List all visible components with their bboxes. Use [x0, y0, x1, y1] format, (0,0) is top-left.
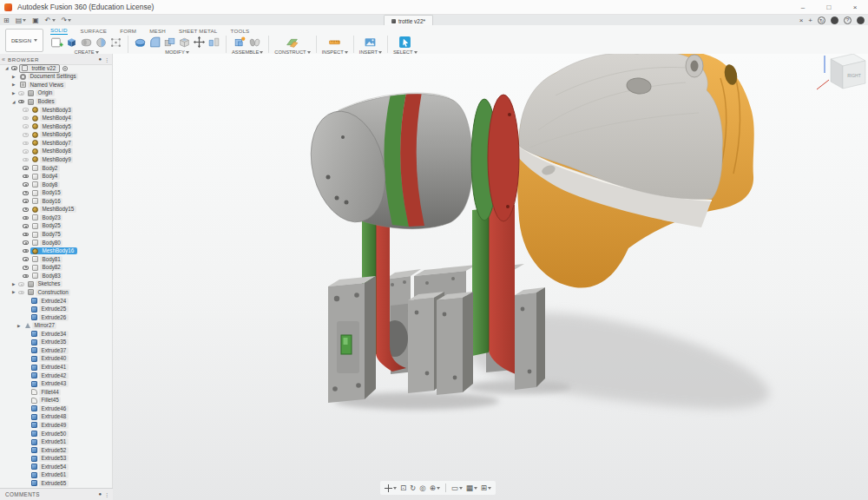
- new-tab-icon[interactable]: [808, 16, 812, 24]
- viewport-canvas[interactable]: RIGHT: [0, 54, 868, 500]
- tree-row-extrude37[interactable]: Extrude37: [0, 346, 112, 355]
- tree-row-extrude49[interactable]: Extrude49: [0, 421, 112, 430]
- collapse-arrow-icon[interactable]: ▶: [12, 289, 18, 295]
- visibility-eye-icon[interactable]: [18, 100, 24, 104]
- align-icon[interactable]: [207, 36, 220, 49]
- redo-icon[interactable]: [62, 16, 72, 24]
- tree-row-mirror27[interactable]: ▶Mirror27: [0, 321, 112, 330]
- tree-row-bodies[interactable]: ◢Bodies: [0, 97, 112, 106]
- tree-row-extrude40[interactable]: Extrude40: [0, 355, 112, 364]
- tree-row-extrude48[interactable]: Extrude48: [0, 413, 112, 422]
- visibility-eye-icon[interactable]: [23, 274, 29, 279]
- visibility-eye-icon[interactable]: [23, 249, 29, 253]
- visibility-eye-icon[interactable]: [18, 282, 24, 286]
- comments-bar[interactable]: COMMENTS: [0, 488, 113, 500]
- joint-icon[interactable]: [248, 36, 261, 49]
- create-sketch-icon[interactable]: [50, 36, 63, 49]
- tree-row-origin[interactable]: ▶Origin: [0, 89, 112, 98]
- viewcube[interactable]: RIGHT: [817, 54, 865, 89]
- grid-snaps-icon[interactable]: [466, 484, 477, 492]
- visibility-eye-icon[interactable]: [23, 141, 29, 146]
- job-status-icon[interactable]: ↻: [818, 16, 825, 24]
- visibility-eye-icon[interactable]: [23, 216, 29, 220]
- file-menu-icon[interactable]: [16, 16, 27, 24]
- tree-row-body25[interactable]: Body25: [0, 222, 112, 231]
- tab-solid[interactable]: SOLID: [50, 27, 68, 35]
- model-left-plate[interactable]: [328, 276, 376, 403]
- tree-row-extrude54[interactable]: Extrude54: [0, 463, 112, 471]
- browser-menu-icon[interactable]: [104, 56, 109, 62]
- collapse-arrow-icon[interactable]: ▶: [12, 74, 18, 80]
- tree-row-extrude46[interactable]: Extrude46: [0, 405, 112, 413]
- create-form-icon[interactable]: [80, 36, 93, 49]
- look-at-icon[interactable]: [419, 484, 425, 492]
- visibility-eye-icon[interactable]: [23, 182, 29, 187]
- collapse-arrow-icon[interactable]: ▶: [12, 82, 18, 88]
- create-box-icon[interactable]: [65, 36, 78, 49]
- model-red-disc[interactable]: [488, 95, 519, 221]
- expand-arrow-icon[interactable]: ◢: [12, 99, 18, 105]
- browser-options-icon[interactable]: [98, 56, 102, 62]
- tree-row-fillet45[interactable]: Fillet45: [0, 397, 112, 405]
- tree-row-extrude50[interactable]: Extrude50: [0, 430, 112, 438]
- tree-row-extrude41[interactable]: Extrude41: [0, 363, 112, 372]
- insert-image-icon[interactable]: [364, 36, 377, 49]
- tree-row-extrude26[interactable]: Extrude26: [0, 313, 112, 322]
- tree-row-body23[interactable]: Body23: [0, 214, 112, 222]
- help-icon[interactable]: ?: [844, 16, 852, 24]
- save-icon[interactable]: [32, 16, 39, 24]
- tree-row-meshbody6[interactable]: MeshBody6: [0, 131, 112, 140]
- tree-row-body15[interactable]: Body15: [0, 188, 112, 197]
- tree-row-meshbody16[interactable]: MeshBody16: [0, 247, 112, 255]
- tree-row-extrude52[interactable]: Extrude52: [0, 446, 112, 455]
- visibility-eye-icon[interactable]: [23, 116, 29, 121]
- visibility-eye-icon[interactable]: [23, 149, 29, 154]
- tree-row-extrude35[interactable]: Extrude35: [0, 339, 112, 347]
- tree-row-body81[interactable]: Body81: [0, 255, 112, 264]
- tree-row-extrude65[interactable]: Extrude65: [0, 479, 112, 488]
- visibility-eye-icon[interactable]: [23, 233, 29, 237]
- press-pull-icon[interactable]: [134, 36, 147, 49]
- zoom-icon[interactable]: [430, 484, 440, 492]
- visibility-eye-icon[interactable]: [23, 133, 29, 137]
- model-disc-stack[interactable]: [471, 95, 519, 221]
- tree-row-meshbody9[interactable]: MeshBody9: [0, 155, 112, 164]
- tree-row-extrude53[interactable]: Extrude53: [0, 454, 112, 463]
- tree-row-named-views[interactable]: ▶Named Views: [0, 81, 112, 89]
- tree-row-body83[interactable]: Body83: [0, 272, 112, 280]
- activate-component-radio[interactable]: [62, 66, 68, 71]
- move-icon[interactable]: [193, 36, 206, 49]
- tree-row-meshbody8[interactable]: MeshBody8: [0, 148, 112, 156]
- tree-row-body2[interactable]: Body2: [0, 164, 112, 173]
- visibility-eye-icon[interactable]: [23, 191, 29, 195]
- tree-row-body75[interactable]: Body75: [0, 230, 112, 239]
- visibility-eye-icon[interactable]: [23, 257, 29, 261]
- orbit-icon[interactable]: [410, 484, 416, 492]
- visibility-eye-icon[interactable]: [23, 240, 29, 245]
- display-settings-icon[interactable]: [451, 484, 463, 492]
- tree-row-meshbody5[interactable]: MeshBody5: [0, 122, 112, 131]
- visibility-eye-icon[interactable]: [23, 166, 29, 170]
- app-grid-icon[interactable]: [3, 16, 10, 24]
- tree-row-extrude42[interactable]: Extrude42: [0, 372, 112, 380]
- tree-row-sketches[interactable]: ▶Sketches: [0, 280, 112, 289]
- visibility-eye-icon[interactable]: [23, 266, 29, 270]
- select-cursor-icon[interactable]: [398, 36, 411, 49]
- tree-row-extrude24[interactable]: Extrude24: [0, 297, 112, 306]
- visibility-eye-icon[interactable]: [23, 158, 29, 162]
- undo-icon[interactable]: [45, 16, 56, 24]
- workspace-selector[interactable]: DESIGN: [5, 29, 43, 52]
- zoom-window-icon[interactable]: [400, 484, 406, 492]
- create-pattern-icon[interactable]: [109, 36, 122, 49]
- tree-row-meshbody15[interactable]: MeshBody15: [0, 206, 112, 214]
- user-avatar[interactable]: [857, 16, 865, 24]
- tree-row-extrude61[interactable]: Extrude61: [0, 471, 112, 480]
- comments-menu-icon[interactable]: [104, 491, 109, 497]
- tree-row-body80[interactable]: Body80: [0, 239, 112, 247]
- expand-arrow-icon[interactable]: ◢: [5, 65, 11, 71]
- tab-sheet-metal[interactable]: SHEET METAL: [179, 28, 218, 35]
- viewports-icon[interactable]: [481, 484, 491, 492]
- visibility-eye-icon[interactable]: [23, 199, 29, 203]
- model-cylinder-drum[interactable]: [299, 92, 472, 230]
- minimize-icon[interactable]: [790, 1, 816, 14]
